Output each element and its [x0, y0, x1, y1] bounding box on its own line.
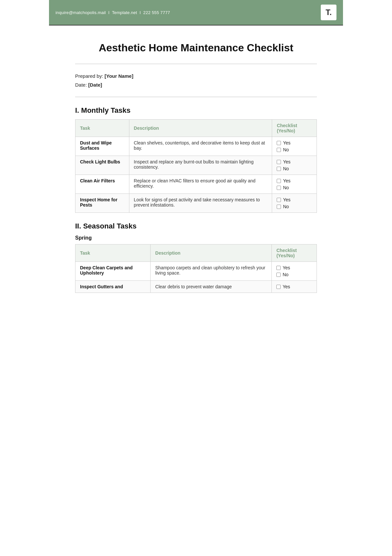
- header-sep2: I: [139, 10, 141, 15]
- checkbox-yes[interactable]: Yes: [276, 265, 312, 270]
- seasonal-heading: II. Seasonal Tasks: [75, 222, 317, 230]
- header-email: inquire@matchopolis.mail: [56, 10, 106, 15]
- task-name: Check Light Bulbs: [75, 156, 129, 175]
- checkbox-box-yes[interactable]: [277, 198, 281, 202]
- task-checklist: Yes No: [272, 137, 317, 156]
- checkbox-no[interactable]: No: [277, 185, 312, 190]
- table-row: Deep Clean Carpets and Upholstery Shampo…: [75, 262, 317, 281]
- checkbox-yes[interactable]: Yes: [277, 159, 312, 164]
- monthly-table: Task Description Checklist (Yes/No) Dust…: [75, 119, 317, 213]
- spring-table: Task Description Checklist (Yes/No) Deep…: [75, 244, 317, 293]
- no-label: No: [283, 272, 288, 277]
- yes-label: Yes: [283, 159, 290, 164]
- checkbox-no[interactable]: No: [277, 204, 312, 209]
- task-name: Clean Air Filters: [75, 175, 129, 194]
- no-label: No: [283, 166, 289, 171]
- checkbox-no[interactable]: No: [276, 272, 312, 277]
- task-checklist: Yes: [272, 281, 317, 293]
- checkbox-yes[interactable]: Yes: [277, 140, 312, 145]
- spring-table-header-row: Task Description Checklist (Yes/No): [75, 244, 317, 262]
- checkbox-box-no[interactable]: [277, 205, 281, 209]
- checkbox-box-yes[interactable]: [276, 285, 281, 289]
- checkbox-box-yes[interactable]: [277, 141, 281, 145]
- task-name: Deep Clean Carpets and Upholstery: [75, 262, 151, 281]
- prepared-by-label: Prepared by:: [75, 73, 103, 79]
- prepared-by-row: Prepared by: [Your Name]: [75, 73, 317, 79]
- checkbox-box-no[interactable]: [277, 167, 281, 171]
- checkbox-no[interactable]: No: [277, 147, 312, 152]
- header-logo: T.: [321, 5, 336, 20]
- checkbox-box-yes[interactable]: [277, 160, 281, 164]
- spring-col-task: Task: [75, 244, 151, 262]
- header-sep1: I: [108, 10, 109, 15]
- table-row: Check Light Bulbs Inspect and replace an…: [75, 156, 317, 175]
- header-contact: inquire@matchopolis.mail I Template.net …: [56, 10, 170, 15]
- yes-label: Yes: [283, 265, 290, 270]
- task-checklist: Yes No: [272, 262, 317, 281]
- task-description: Look for signs of pest activity and take…: [129, 194, 272, 213]
- task-name: Dust and Wipe Surfaces: [75, 137, 129, 156]
- date-row: Date: [Date]: [75, 82, 317, 88]
- date-label: Date:: [75, 82, 87, 88]
- header-website: Template.net: [112, 10, 137, 15]
- table-row: Inspect Home for Pests Look for signs of…: [75, 194, 317, 213]
- title-separator: [75, 64, 317, 64]
- checkbox-box-no[interactable]: [277, 186, 281, 190]
- top-separator: [49, 25, 343, 25]
- checkbox-yes[interactable]: Yes: [277, 178, 312, 183]
- spring-col-description: Description: [151, 244, 272, 262]
- no-label: No: [283, 147, 289, 152]
- spring-col-checklist: Checklist (Yes/No): [272, 244, 317, 262]
- task-description: Clear debris to prevent water damage: [151, 281, 272, 293]
- task-checklist: Yes No: [272, 156, 317, 175]
- table-row: Dust and Wipe Surfaces Clean shelves, co…: [75, 137, 317, 156]
- monthly-col-checklist: Checklist (Yes/No): [272, 120, 317, 137]
- task-description: Inspect and replace any burnt-out bulbs …: [129, 156, 272, 175]
- logo-letter: T.: [326, 8, 332, 17]
- checkbox-yes[interactable]: Yes: [277, 197, 312, 202]
- header-bar: inquire@matchopolis.mail I Template.net …: [49, 0, 343, 25]
- document-title: Aesthetic Home Maintenance Checklist: [75, 42, 317, 54]
- date-value: [Date]: [88, 82, 102, 88]
- checkbox-box-yes[interactable]: [276, 266, 281, 270]
- yes-label: Yes: [283, 140, 290, 145]
- task-checklist: Yes No: [272, 175, 317, 194]
- monthly-tasks-section: I. Monthly Tasks Task Description Checkl…: [75, 106, 317, 213]
- monthly-col-description: Description: [129, 120, 272, 137]
- checkbox-box-no[interactable]: [276, 273, 281, 277]
- no-label: No: [283, 204, 289, 209]
- section-separator-1: [75, 97, 317, 97]
- seasonal-tasks-section: II. Seasonal Tasks Spring Task Descripti…: [75, 222, 317, 293]
- task-checklist: Yes No: [272, 194, 317, 213]
- main-content: Aesthetic Home Maintenance Checklist Pre…: [49, 25, 343, 322]
- meta-section: Prepared by: [Your Name] Date: [Date]: [75, 73, 317, 88]
- task-name: Inspect Home for Pests: [75, 194, 129, 213]
- table-row: Inspect Gutters and Clear debris to prev…: [75, 281, 317, 293]
- spring-heading: Spring: [75, 235, 317, 241]
- monthly-col-task: Task: [75, 120, 129, 137]
- task-name: Inspect Gutters and: [75, 281, 151, 293]
- checkbox-box-no[interactable]: [277, 148, 281, 152]
- no-label: No: [283, 185, 289, 190]
- task-description: Shampoo carpets and clean upholstery to …: [151, 262, 272, 281]
- task-description: Clean shelves, countertops, and decorati…: [129, 137, 272, 156]
- header-phone: 222 555 7777: [143, 10, 170, 15]
- checkbox-no[interactable]: No: [277, 166, 312, 171]
- monthly-table-header-row: Task Description Checklist (Yes/No): [75, 120, 317, 137]
- checkbox-box-yes[interactable]: [277, 179, 281, 183]
- yes-label: Yes: [283, 178, 290, 183]
- checkbox-yes[interactable]: Yes: [276, 284, 312, 289]
- task-description: Replace or clean HVAC filters to ensure …: [129, 175, 272, 194]
- yes-label: Yes: [283, 284, 290, 289]
- monthly-heading: I. Monthly Tasks: [75, 106, 317, 115]
- yes-label: Yes: [283, 197, 290, 202]
- table-row: Clean Air Filters Replace or clean HVAC …: [75, 175, 317, 194]
- prepared-by-value: [Your Name]: [105, 73, 133, 79]
